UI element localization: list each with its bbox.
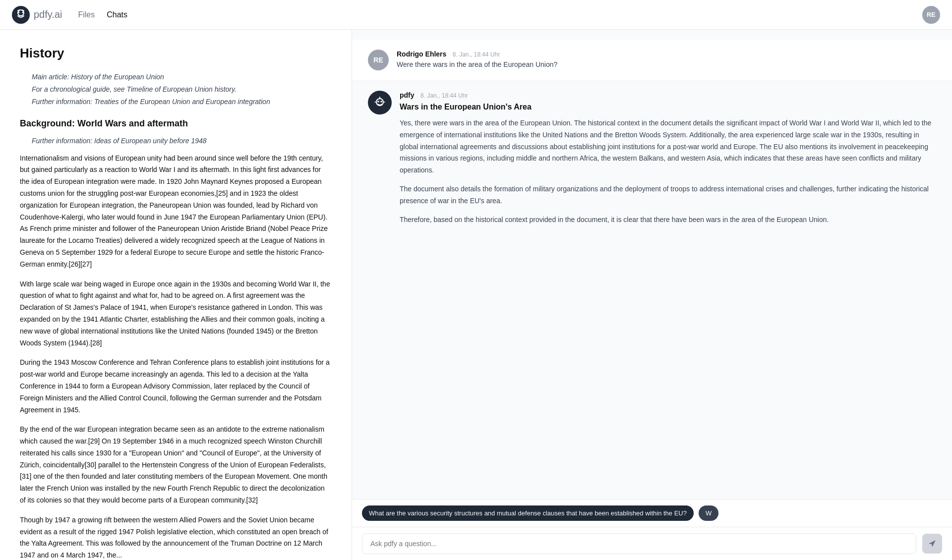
user-message-avatar: RE: [368, 50, 389, 70]
doc-para-4: By the end of the war European integrati…: [20, 424, 332, 506]
user-message-content: Rodrigo Ehlers 8. Jan., 18:44 Uhr Were t…: [397, 50, 936, 68]
ai-message-time: 8. Jan., 18:44 Uhr: [420, 92, 468, 99]
document-panel: History Main article: History of the Eur…: [0, 30, 352, 560]
logo-icon: [12, 6, 30, 24]
doc-meta-line-3: Further information: Treaties of the Eur…: [32, 96, 332, 108]
doc-para-2: With large scale war being waged in Euro…: [20, 279, 332, 349]
svg-point-0: [12, 6, 30, 24]
user-message-time: 8. Jan., 18:44 Uhr: [453, 51, 500, 58]
main-nav: Files Chats: [78, 8, 127, 21]
doc-para-3: During the 1943 Moscow Conference and Te…: [20, 357, 332, 416]
main-content: History Main article: History of the Eur…: [0, 30, 952, 560]
suggestion-chip-1[interactable]: What are the various security structures…: [362, 505, 694, 521]
svg-point-2: [18, 11, 20, 13]
logo[interactable]: pdfy.ai: [12, 6, 62, 24]
app-header: pdfy.ai Files Chats RE: [0, 0, 952, 30]
doc-section-title: History: [20, 46, 332, 61]
header-left: pdfy.ai Files Chats: [12, 6, 127, 24]
ai-message-content: pdfy 8. Jan., 18:44 Uhr Wars in the Euro…: [400, 91, 936, 232]
doc-meta-line-2: For a chronological guide, see Timeline …: [32, 83, 332, 96]
user-message-name: Rodrigo Ehlers: [397, 50, 446, 58]
suggestion-chip-2[interactable]: W: [699, 505, 718, 521]
chat-suggestions: What are the various security structures…: [352, 499, 952, 527]
nav-files[interactable]: Files: [78, 8, 95, 21]
svg-point-3: [22, 11, 24, 13]
doc-meta: Main article: History of the European Un…: [32, 71, 332, 109]
svg-point-8: [380, 101, 382, 103]
doc-para-1: Internationalism and visions of European…: [20, 153, 332, 271]
chat-panel: RE Rodrigo Ehlers 8. Jan., 18:44 Uhr Wer…: [352, 30, 952, 560]
pdfy-robot-icon: [373, 96, 387, 110]
ai-message-para-2: The document also details the formation …: [400, 183, 936, 207]
doc-para-5: Though by 1947 a growing rift between th…: [20, 514, 332, 560]
svg-point-10: [379, 97, 380, 98]
chat-messages: RE Rodrigo Ehlers 8. Jan., 18:44 Uhr Wer…: [352, 30, 952, 499]
nav-chats[interactable]: Chats: [107, 8, 127, 21]
ai-message: pdfy 8. Jan., 18:44 Uhr Wars in the Euro…: [352, 81, 952, 242]
logo-text: pdfy.ai: [34, 9, 62, 20]
ai-message-name: pdfy: [400, 91, 415, 99]
send-icon: [928, 539, 937, 548]
ai-message-para-3: Therefore, based on the historical conte…: [400, 214, 936, 226]
send-button[interactable]: [922, 534, 942, 554]
user-message: RE Rodrigo Ehlers 8. Jan., 18:44 Uhr Wer…: [352, 40, 952, 81]
ai-avatar: [368, 91, 392, 114]
chat-input-area: [352, 527, 952, 560]
chat-input[interactable]: [362, 533, 916, 554]
doc-further-info: Further information: Ideas of European u…: [32, 137, 332, 145]
svg-point-7: [377, 101, 379, 103]
user-avatar-header[interactable]: RE: [922, 6, 940, 24]
doc-subtitle: Background: World Wars and aftermath: [20, 118, 332, 129]
ai-message-title: Wars in the European Union's Area: [400, 103, 936, 112]
doc-meta-line-1: Main article: History of the European Un…: [32, 71, 332, 83]
ai-message-para-1: Yes, there were wars in the area of the …: [400, 117, 936, 176]
user-message-text: Were there wars in the area of the Europ…: [397, 60, 936, 68]
